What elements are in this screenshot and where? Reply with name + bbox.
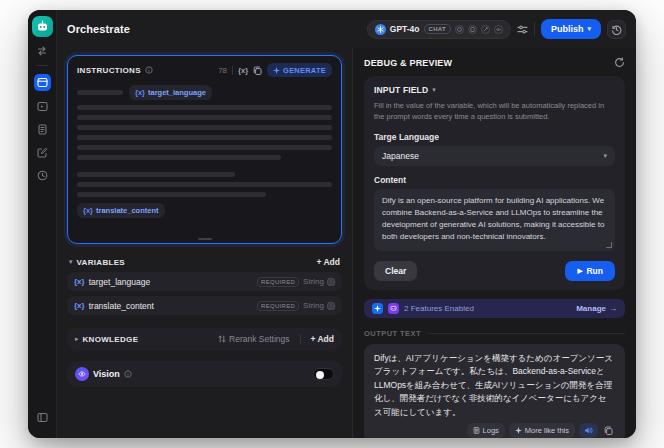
sidebar-divider <box>36 65 48 66</box>
model-selector[interactable]: GPT-4o CHAT <box>367 20 511 39</box>
output-divider <box>428 333 625 334</box>
output-bubble: Difyは、AIアプリケーションを構築するためのオープンソースプラットフォームで… <box>364 344 625 439</box>
chevron-down-icon: ▾ <box>603 152 607 160</box>
type-settings-icon <box>327 278 335 286</box>
clear-button[interactable]: Clear <box>374 261 417 281</box>
add-knowledge-button[interactable]: + Add <box>311 334 335 344</box>
rerank-settings-button[interactable]: Rerank Settings <box>218 334 289 344</box>
swap-model-icon[interactable] <box>36 44 49 57</box>
orchestrate-panel: INSTRUCTIONS 78 {x} <box>57 48 352 438</box>
copy-icon <box>604 426 613 435</box>
sidebar-item-orchestrate[interactable] <box>34 74 51 91</box>
chevron-down-icon[interactable]: ▾ <box>69 258 73 266</box>
copy-icon[interactable] <box>253 66 262 75</box>
target-language-select[interactable]: Japanese ▾ <box>374 146 615 166</box>
features-enabled-text: 2 Features Enabled <box>404 304 474 313</box>
target-language-label: Targe Language <box>374 132 615 142</box>
knowledge-section[interactable]: ▸ KNOWLEDGE Rerank Settings + Add <box>67 328 342 350</box>
sidebar <box>28 10 57 438</box>
page-title: Orchestrate <box>67 23 130 35</box>
resize-corner-icon[interactable] <box>606 242 612 248</box>
version-history-button[interactable] <box>607 20 626 39</box>
info-icon <box>124 370 132 378</box>
generate-button[interactable]: GENERATE <box>267 63 332 77</box>
output-text: Difyは、AIアプリケーションを構築するためのオープンソースプラットフォームで… <box>374 352 615 420</box>
arrow-right-icon: → <box>609 304 617 313</box>
manage-features-button[interactable]: Manage → <box>576 304 617 313</box>
openai-icon <box>375 24 386 35</box>
debug-preview-title: DEBUG & PREVIEW <box>364 58 452 68</box>
plus-icon: + <box>317 257 322 267</box>
variable-tag[interactable]: {x} target_language <box>129 85 212 100</box>
capability-icon-4 <box>494 25 503 34</box>
app-window: Orchestrate GPT-4o CHAT <box>28 10 636 438</box>
refresh-icon[interactable] <box>614 57 625 68</box>
app-logo[interactable] <box>32 16 53 37</box>
input-field-description: Fill in the value of the variable, which… <box>374 100 615 123</box>
publish-button[interactable]: Publish ▾ <box>541 19 601 39</box>
instructions-title: INSTRUCTIONS <box>77 66 141 75</box>
features-enabled-bar[interactable]: 2 Features Enabled Manage → <box>364 299 625 318</box>
model-mode-badge: CHAT <box>424 24 451 34</box>
info-icon <box>145 66 153 74</box>
play-icon: ▶ <box>577 267 582 275</box>
variable-type: String <box>303 301 335 310</box>
vision-toggle[interactable] <box>313 368 334 380</box>
model-parameters-icon[interactable] <box>517 24 528 35</box>
text-to-speech-button[interactable] <box>579 423 598 438</box>
content-label: Content <box>374 175 615 185</box>
input-field-title: INPUT FIELD <box>374 85 428 95</box>
content-textarea[interactable]: Dify is an open-source platform for buil… <box>374 189 615 251</box>
required-badge: REQUIRED <box>257 277 299 287</box>
run-button[interactable]: ▶ Run <box>565 261 615 281</box>
resize-handle[interactable] <box>198 238 212 240</box>
model-name: GPT-4o <box>390 24 420 34</box>
prompt-content: {x} target_language <box>77 85 332 218</box>
rerank-icon <box>218 335 226 343</box>
knowledge-title: KNOWLEDGE <box>83 335 139 344</box>
variable-row[interactable]: {x} target_language REQUIRED String <box>67 272 342 291</box>
variable-row[interactable]: {x} translate_content REQUIRED String <box>67 296 342 315</box>
vision-label: Vision <box>93 369 120 379</box>
chevron-down-icon[interactable]: ▾ <box>432 86 436 94</box>
sparkle-icon <box>515 427 522 434</box>
sidebar-item-preview[interactable] <box>35 99 50 114</box>
collapse-sidebar-icon[interactable] <box>34 409 51 426</box>
logs-button[interactable]: Logs <box>467 423 505 438</box>
sidebar-item-annotation[interactable] <box>35 145 50 160</box>
more-like-this-button[interactable]: More like this <box>509 423 575 438</box>
variables-title: VARIABLES <box>77 258 126 267</box>
input-field-card: INPUT FIELD ▾ Fill in the value of the v… <box>364 76 625 290</box>
type-settings-icon <box>327 302 335 310</box>
logs-icon <box>473 427 480 434</box>
instructions-editor[interactable]: INSTRUCTIONS 78 {x} <box>67 55 342 244</box>
speaker-icon <box>584 426 593 435</box>
chevron-right-icon[interactable]: ▸ <box>75 335 79 343</box>
robot-icon <box>36 20 49 33</box>
required-badge: REQUIRED <box>257 301 299 311</box>
topbar-divider <box>534 22 535 36</box>
top-bar: Orchestrate GPT-4o CHAT <box>57 10 636 48</box>
plus-icon: + <box>311 334 316 344</box>
output-text-title: OUTPUT TEXT <box>364 329 421 338</box>
feature-icon-speech <box>388 303 399 314</box>
copy-output-button[interactable] <box>602 424 615 437</box>
sidebar-item-logs[interactable] <box>35 122 50 137</box>
sparkle-icon <box>273 67 280 74</box>
capability-icon-1 <box>455 25 464 34</box>
vision-eye-icon <box>75 367 89 381</box>
sidebar-item-monitoring[interactable] <box>35 168 50 183</box>
feature-icon-opener <box>372 303 383 314</box>
insert-variable-button[interactable]: {x} <box>238 66 248 75</box>
variable-type: String <box>303 277 335 286</box>
char-count: 78 <box>218 66 227 75</box>
vision-feature-row: Vision <box>67 361 342 387</box>
debug-preview-panel: DEBUG & PREVIEW INPUT FIELD ▾ Fill in th… <box>352 48 636 438</box>
add-variable-button[interactable]: + Add <box>317 257 341 267</box>
chevron-down-icon: ▾ <box>587 25 591 33</box>
capability-icon-2 <box>468 25 477 34</box>
desktop-background: Orchestrate GPT-4o CHAT <box>0 0 664 448</box>
capability-icon-3 <box>481 25 490 34</box>
variable-tag[interactable]: {x} translate_content <box>77 203 165 218</box>
